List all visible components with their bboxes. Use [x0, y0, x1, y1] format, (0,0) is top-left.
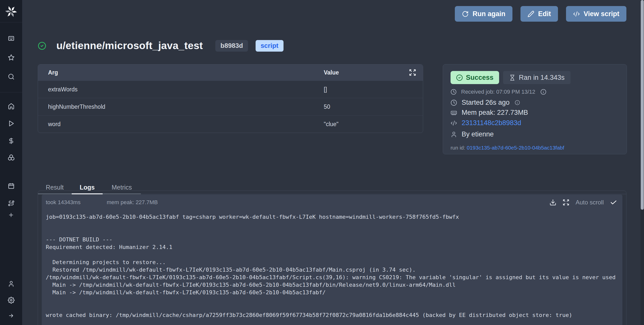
log-body[interactable]: job=0193c135-ab7d-60e5-2b10-04b5ac13fabf… — [42, 210, 622, 322]
author-label: By etienne — [462, 130, 494, 138]
log-panel: took 14343ms mem peak: 227.7MB Auto scro… — [38, 191, 626, 325]
sidebar-item-user[interactable] — [6, 278, 17, 289]
received-row: Received job: 07:09 PM 13/12 — [451, 89, 619, 95]
favorites-icon — [8, 54, 15, 61]
arg-value: 50 — [314, 103, 423, 110]
expand-logs-icon[interactable] — [562, 199, 570, 206]
code-icon — [573, 11, 580, 17]
script-type-badge[interactable]: script — [256, 40, 284, 52]
sidebar-item-runs[interactable] — [6, 118, 17, 129]
arg-name: highNumberThreshold — [38, 103, 314, 110]
duration-chip: Ran in 14.343s — [503, 71, 571, 84]
clock-icon — [451, 99, 457, 106]
settings-icon — [8, 297, 15, 304]
runs-icon — [8, 120, 15, 127]
status-panel: Success Ran in 14.343s Received job: 07:… — [443, 64, 627, 154]
variables-icon — [8, 137, 15, 144]
clock-icon — [451, 89, 457, 95]
action-buttons: Run again Edit View script — [455, 6, 626, 22]
edit-label: Edit — [538, 10, 551, 18]
code-icon — [451, 120, 457, 126]
download-logs-icon[interactable] — [549, 199, 556, 206]
sidebar-item-settings[interactable] — [6, 295, 17, 306]
col-arg: Arg — [38, 69, 314, 76]
sidebar-item-expand-sidebar[interactable] — [6, 310, 17, 321]
resources-icon — [8, 154, 15, 161]
arg-name: extraWords — [38, 86, 314, 93]
view-script-button[interactable]: View script — [566, 6, 626, 22]
auto-scroll-label: Auto scroll — [576, 199, 604, 206]
started-row: Started 26s ago — [451, 99, 619, 106]
arg-value: "clue" — [314, 121, 423, 128]
sidebar-item-home[interactable] — [6, 100, 17, 112]
table-row[interactable]: extraWords [] — [38, 81, 423, 98]
home-icon — [8, 103, 15, 110]
info-icon[interactable] — [515, 100, 520, 105]
sidebar-item-schedules[interactable] — [6, 180, 17, 191]
sidebar-item-apps[interactable] — [6, 33, 17, 44]
sidebar-divider — [0, 92, 22, 92]
page-scrollbar[interactable] — [640, 0, 644, 325]
refresh-icon — [462, 11, 469, 17]
table-row[interactable]: highNumberThreshold 50 — [38, 98, 423, 115]
auto-scroll-checkbox[interactable] — [610, 199, 617, 206]
run-again-button[interactable]: Run again — [455, 6, 512, 22]
table-row[interactable]: word "clue" — [38, 115, 423, 133]
sidebar-divider — [0, 22, 22, 22]
author-row: By etienne — [451, 130, 619, 138]
windmill-logo-icon[interactable] — [5, 6, 17, 17]
pencil-icon — [528, 11, 534, 17]
duration-label: Ran in 14.343s — [519, 74, 565, 82]
log-inner: took 14343ms mem peak: 227.7MB Auto scro… — [42, 195, 622, 325]
log-content: job=0193c135-ab7d-60e5-2b10-04b5ac13fabf… — [46, 213, 618, 319]
run-id-row: run id: 0193c135-ab7d-60e5-2b10-04b5ac13… — [451, 145, 619, 151]
arg-name: word — [38, 121, 314, 128]
started-label: Started 26s ago — [462, 99, 510, 106]
view-script-label: View script — [584, 10, 619, 18]
expand-args-icon[interactable] — [409, 69, 416, 76]
user-icon — [8, 280, 15, 287]
sidebar-item-routes[interactable] — [6, 198, 17, 209]
sidebar-item-favorites[interactable] — [6, 52, 17, 63]
sidebar-item-resources[interactable] — [6, 152, 17, 163]
status-badge: Success — [451, 71, 499, 84]
schedules-icon — [8, 183, 15, 189]
run-again-label: Run again — [472, 10, 505, 18]
apps-icon — [8, 35, 15, 42]
success-check-icon — [38, 42, 46, 50]
sidebar-item-variables[interactable] — [6, 135, 17, 146]
scrollbar-thumb[interactable] — [641, 0, 644, 210]
log-mem-peak: mem peak: 227.7MB — [107, 199, 158, 206]
app-root: Run again Edit View script u/etienne/mic… — [0, 0, 644, 325]
script-hash-link[interactable]: 23131148c2b8983d — [462, 119, 521, 127]
arg-value: [] — [314, 86, 423, 93]
run-id-link[interactable]: 0193c135-ab7d-60e5-2b10-04b5ac13fabf — [467, 145, 564, 151]
args-table: Arg Value extraWords [] highNumberThresh… — [38, 64, 423, 133]
title-row: u/etienne/microsoft_java_test b8983d scr… — [38, 40, 284, 52]
sidebar-item-search[interactable] — [6, 71, 17, 82]
check-circle-icon — [456, 74, 463, 81]
user-icon — [451, 131, 457, 138]
edit-button[interactable]: Edit — [520, 6, 558, 22]
routes-icon — [8, 200, 15, 207]
expand-sidebar-icon — [8, 313, 14, 319]
hash-badge[interactable]: b8983d — [215, 40, 248, 52]
sidebar — [0, 0, 22, 325]
args-table-header: Arg Value — [38, 64, 423, 81]
page-title: u/etienne/microsoft_java_test — [56, 40, 203, 52]
mem-peak-row: Mem peak: 227.73MB — [451, 109, 619, 117]
run-id-label: run id: — [451, 145, 465, 151]
log-duration: took 14343ms — [46, 199, 80, 206]
col-value: Value — [314, 69, 423, 76]
received-label: Received job: 07:09 PM 13/12 — [461, 89, 535, 95]
script-hash-row: 23131148c2b8983d — [451, 119, 619, 127]
memory-icon — [451, 110, 457, 116]
hourglass-icon — [509, 75, 515, 81]
mem-peak-label: Mem peak: 227.73MB — [462, 109, 528, 117]
log-header: took 14343ms mem peak: 227.7MB Auto scro… — [42, 195, 622, 210]
search-icon — [8, 73, 15, 80]
sidebar-item-add[interactable] — [6, 209, 17, 221]
add-icon — [8, 212, 14, 218]
info-icon[interactable] — [540, 89, 546, 95]
status-label: Success — [466, 74, 494, 82]
